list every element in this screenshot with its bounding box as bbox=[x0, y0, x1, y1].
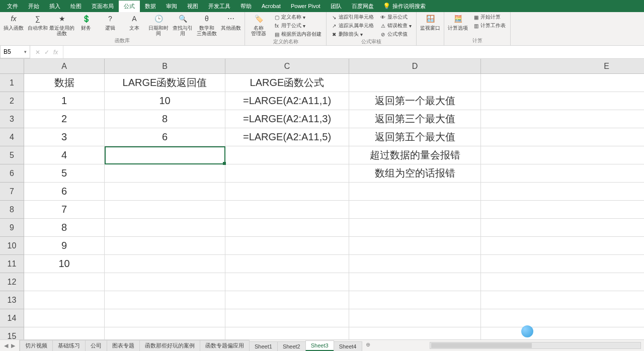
cell-C8[interactable] bbox=[225, 201, 349, 219]
cell-D9[interactable] bbox=[349, 219, 481, 237]
watch-window-button[interactable]: 🪟 监视窗口 bbox=[420, 13, 441, 31]
cell-C7[interactable] bbox=[225, 183, 349, 201]
cell-E1[interactable] bbox=[481, 74, 644, 92]
calculation-options-button[interactable]: 🧮 计算选项 bbox=[447, 13, 468, 31]
use-in-formula-button[interactable]: fx用于公式 ▾ bbox=[272, 22, 323, 30]
sheet-nav-prev-icon[interactable]: ◀ bbox=[4, 342, 8, 349]
sheet-tab-基础练习[interactable]: 基础练习 bbox=[52, 340, 86, 351]
cell-B1[interactable]: LARGE函数返回值 bbox=[105, 74, 225, 92]
cell-C4[interactable]: =LARGE(A2:A11,5) bbox=[225, 128, 349, 146]
cell-D11[interactable] bbox=[349, 255, 481, 273]
cell-E12[interactable] bbox=[481, 273, 644, 291]
cell-A4[interactable]: 3 bbox=[24, 128, 105, 146]
cell-C11[interactable] bbox=[225, 255, 349, 273]
cell-C5[interactable] bbox=[225, 146, 349, 164]
cell-B12[interactable] bbox=[105, 273, 225, 291]
calc-sheet-button[interactable]: ▥计算工作表 bbox=[471, 22, 507, 30]
cell-B7[interactable] bbox=[105, 183, 225, 201]
show-formulas-button[interactable]: 👁显示公式 bbox=[378, 13, 413, 21]
enter-icon[interactable]: ✓ bbox=[44, 49, 49, 56]
cell-E15[interactable] bbox=[481, 327, 644, 339]
cell-E8[interactable] bbox=[481, 201, 644, 219]
cell-E14[interactable] bbox=[481, 309, 644, 327]
tab-formulas[interactable]: 公式 bbox=[119, 1, 140, 12]
text-button[interactable]: A 文本 bbox=[124, 13, 145, 31]
cell-B2[interactable]: 10 bbox=[105, 92, 225, 110]
tell-me-search[interactable]: 💡 操作说明搜索 bbox=[383, 3, 426, 10]
cell-A10[interactable]: 9 bbox=[24, 237, 105, 255]
cell-C3[interactable]: =LARGE(A2:A11,3) bbox=[225, 110, 349, 128]
scrollbar-thumb[interactable] bbox=[431, 343, 532, 348]
insert-function-button[interactable]: fx 插入函数 bbox=[3, 13, 24, 31]
tab-acrobat[interactable]: Acrobat bbox=[257, 1, 286, 11]
row-header-2[interactable]: 2 bbox=[0, 92, 24, 110]
cancel-icon[interactable]: ✕ bbox=[35, 49, 40, 56]
cell-A14[interactable] bbox=[24, 309, 105, 327]
autosum-button[interactable]: ∑ 自动求和 bbox=[27, 13, 48, 31]
cell-A6[interactable]: 5 bbox=[24, 164, 105, 183]
row-header-7[interactable]: 7 bbox=[0, 183, 24, 201]
row-header-6[interactable]: 6 bbox=[0, 164, 24, 183]
cell-D10[interactable] bbox=[349, 237, 481, 255]
sheet-nav-next-icon[interactable]: ▶ bbox=[11, 342, 15, 349]
cell-A15[interactable] bbox=[24, 327, 105, 339]
cell-D13[interactable] bbox=[349, 291, 481, 309]
cell-D3[interactable]: 返回第三个最大值 bbox=[349, 110, 481, 128]
tab-powerpivot[interactable]: Power Pivot bbox=[286, 1, 326, 11]
cell-A12[interactable] bbox=[24, 273, 105, 291]
trace-precedents-button[interactable]: ↘追踪引用单元格 bbox=[330, 13, 375, 21]
cell-C1[interactable]: LARGE函数公式 bbox=[225, 74, 349, 92]
logical-button[interactable]: ? 逻辑 bbox=[100, 13, 121, 31]
cell-A13[interactable] bbox=[24, 291, 105, 309]
cell-A7[interactable]: 6 bbox=[24, 183, 105, 201]
cell-B11[interactable] bbox=[105, 255, 225, 273]
cell-C14[interactable] bbox=[225, 309, 349, 327]
cell-B14[interactable] bbox=[105, 309, 225, 327]
row-header-5[interactable]: 5 bbox=[0, 146, 24, 164]
sheet-tab-函数专题偏应用[interactable]: 函数专题偏应用 bbox=[200, 340, 250, 351]
tab-file[interactable]: 文件 bbox=[2, 1, 23, 12]
row-header-3[interactable]: 3 bbox=[0, 110, 24, 128]
column-header-B[interactable]: B bbox=[105, 59, 225, 74]
calculate-now-button[interactable]: ▦开始计算 bbox=[471, 13, 507, 21]
define-name-button[interactable]: ▢定义名称 ▾ bbox=[272, 13, 323, 21]
cell-C10[interactable] bbox=[225, 237, 349, 255]
sheet-tab-函数那些好玩的案例[interactable]: 函数那些好玩的案例 bbox=[139, 340, 200, 351]
tab-data[interactable]: 数据 bbox=[140, 1, 161, 12]
cell-E9[interactable] bbox=[481, 219, 644, 237]
cell-D12[interactable] bbox=[349, 273, 481, 291]
cell-E7[interactable] bbox=[481, 183, 644, 201]
cell-D7[interactable] bbox=[349, 183, 481, 201]
column-header-A[interactable]: A bbox=[24, 59, 105, 74]
row-header-14[interactable]: 14 bbox=[0, 309, 24, 327]
name-manager-button[interactable]: 🏷️ 名称 管理器 bbox=[248, 13, 269, 36]
sheet-tab-Sheet2[interactable]: Sheet2 bbox=[277, 341, 306, 351]
sheet-tab-公司[interactable]: 公司 bbox=[85, 340, 107, 351]
error-checking-button[interactable]: ⚠错误检查 ▾ bbox=[378, 22, 413, 30]
row-header-13[interactable]: 13 bbox=[0, 291, 24, 309]
cell-A5[interactable]: 4 bbox=[24, 146, 105, 164]
tab-team[interactable]: 团队 bbox=[326, 1, 347, 12]
tab-layout[interactable]: 页面布局 bbox=[87, 1, 119, 12]
cell-D15[interactable] bbox=[349, 327, 481, 339]
sheet-tab-Sheet3[interactable]: Sheet3 bbox=[305, 340, 334, 351]
name-box[interactable]: B5 ▾ bbox=[0, 46, 30, 58]
tab-view[interactable]: 视图 bbox=[182, 1, 203, 12]
cell-E5[interactable] bbox=[481, 146, 644, 164]
cell-B6[interactable] bbox=[105, 164, 225, 183]
formula-input[interactable] bbox=[63, 46, 644, 58]
cell-E4[interactable] bbox=[481, 128, 644, 146]
cell-A2[interactable]: 1 bbox=[24, 92, 105, 110]
cell-A1[interactable]: 数据 bbox=[24, 74, 105, 92]
mathtrig-button[interactable]: θ 数学和 三角函数 bbox=[196, 13, 217, 36]
create-from-selection-button[interactable]: ▤根据所选内容创建 bbox=[272, 30, 323, 38]
row-header-8[interactable]: 8 bbox=[0, 201, 24, 219]
add-sheet-button[interactable]: ⊕ bbox=[362, 340, 374, 351]
cell-B10[interactable] bbox=[105, 237, 225, 255]
cell-E13[interactable] bbox=[481, 291, 644, 309]
cell-A11[interactable]: 10 bbox=[24, 255, 105, 273]
datetime-button[interactable]: 🕒 日期和时间 bbox=[148, 13, 169, 36]
cell-A9[interactable]: 8 bbox=[24, 219, 105, 237]
row-header-9[interactable]: 9 bbox=[0, 219, 24, 237]
cell-E2[interactable] bbox=[481, 92, 644, 110]
